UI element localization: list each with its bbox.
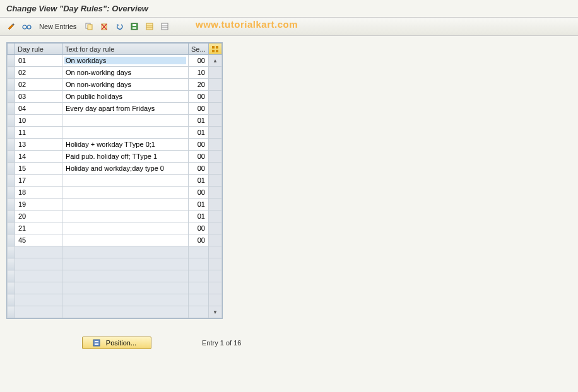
row-selector[interactable]: [8, 294, 15, 306]
col-header-text[interactable]: Text for day rule: [62, 43, 189, 55]
se-input[interactable]: [191, 153, 206, 160]
day-rule-text-input[interactable]: [64, 176, 186, 184]
day-rule-input[interactable]: [17, 236, 60, 244]
row-selector[interactable]: [8, 306, 15, 318]
row-selector[interactable]: [8, 246, 15, 258]
day-rule-text-input[interactable]: [64, 105, 186, 112]
col-header-se[interactable]: Se...: [189, 43, 209, 55]
row-selector[interactable]: [8, 210, 15, 222]
se-input[interactable]: [191, 105, 206, 112]
row-selector[interactable]: [8, 282, 15, 294]
day-rule-text-input[interactable]: [64, 212, 186, 220]
row-selector[interactable]: [8, 234, 15, 246]
undo-icon[interactable]: [113, 20, 126, 33]
day-rule-text-input[interactable]: [64, 224, 186, 232]
scrollbar-track[interactable]: [209, 67, 222, 79]
row-selector[interactable]: [8, 270, 15, 282]
day-rule-input[interactable]: [17, 129, 60, 136]
day-rule-text-input[interactable]: [64, 129, 186, 136]
day-rule-input[interactable]: [17, 105, 60, 112]
col-header-selector[interactable]: [8, 43, 15, 55]
day-rule-text-input[interactable]: [64, 93, 186, 100]
row-selector[interactable]: [8, 127, 15, 139]
scrollbar-track[interactable]: [209, 175, 222, 187]
day-rule-text-input[interactable]: [64, 141, 186, 148]
se-input[interactable]: [191, 200, 206, 208]
delete-icon[interactable]: [98, 20, 110, 33]
position-button[interactable]: Position...: [82, 337, 151, 349]
row-selector[interactable]: [8, 187, 15, 199]
se-input[interactable]: [191, 164, 206, 172]
scrollbar-track[interactable]: [209, 163, 222, 175]
day-rule-input[interactable]: [17, 69, 60, 76]
row-selector[interactable]: [8, 55, 15, 67]
day-rule-text-input[interactable]: [64, 153, 186, 160]
scrollbar-track[interactable]: [209, 187, 222, 199]
change-display-icon[interactable]: [5, 20, 18, 33]
day-rule-input[interactable]: [17, 81, 60, 88]
scrollbar-track[interactable]: [209, 258, 222, 270]
se-input[interactable]: [191, 236, 206, 244]
se-input[interactable]: [191, 141, 206, 148]
row-selector[interactable]: [8, 151, 15, 163]
scrollbar-track[interactable]: [209, 79, 222, 91]
row-selector[interactable]: [8, 199, 15, 210]
se-input[interactable]: [191, 81, 206, 88]
row-selector[interactable]: [8, 115, 15, 127]
scrollbar-track[interactable]: [209, 103, 222, 115]
row-selector[interactable]: [8, 258, 15, 270]
scrollbar-track[interactable]: [209, 199, 222, 210]
scrollbar-track[interactable]: [209, 234, 222, 246]
row-selector[interactable]: [8, 79, 15, 91]
se-input[interactable]: [191, 69, 206, 76]
new-entries-button[interactable]: New Entries: [35, 21, 80, 32]
se-input[interactable]: [191, 224, 206, 232]
se-input[interactable]: [191, 93, 206, 100]
day-rule-input[interactable]: [17, 117, 60, 124]
scroll-up-icon[interactable]: ▲: [209, 55, 222, 67]
scrollbar-track[interactable]: [209, 210, 222, 222]
day-rule-text-input[interactable]: [64, 117, 186, 124]
day-rule-input[interactable]: [17, 164, 60, 172]
scrollbar-track[interactable]: [209, 127, 222, 139]
row-selector[interactable]: [8, 222, 15, 234]
se-input[interactable]: [191, 117, 206, 124]
day-rule-text-input[interactable]: [64, 200, 186, 208]
row-selector[interactable]: [8, 67, 15, 79]
scrollbar-track[interactable]: [209, 91, 222, 103]
scrollbar-track[interactable]: [209, 270, 222, 282]
table-settings-icon[interactable]: [209, 43, 222, 55]
day-rule-input[interactable]: [17, 57, 60, 64]
day-rule-text-input[interactable]: [64, 188, 186, 196]
day-rule-text-input[interactable]: [64, 57, 186, 64]
scroll-down-icon[interactable]: ▼: [209, 306, 222, 318]
day-rule-input[interactable]: [17, 200, 60, 208]
day-rule-input[interactable]: [17, 93, 60, 100]
col-header-day-rule[interactable]: Day rule: [15, 43, 62, 55]
se-input[interactable]: [191, 57, 206, 64]
day-rule-input[interactable]: [17, 176, 60, 184]
scrollbar-track[interactable]: [209, 151, 222, 163]
se-input[interactable]: [191, 176, 206, 184]
day-rule-input[interactable]: [17, 224, 60, 232]
se-input[interactable]: [191, 188, 206, 196]
row-selector[interactable]: [8, 139, 15, 151]
day-rule-text-input[interactable]: [64, 69, 186, 76]
se-input[interactable]: [191, 212, 206, 220]
deselect-all-icon[interactable]: [158, 20, 171, 33]
scrollbar-track[interactable]: [209, 222, 222, 234]
day-rule-input[interactable]: [17, 141, 60, 148]
row-selector[interactable]: [8, 163, 15, 175]
se-input[interactable]: [191, 129, 206, 136]
row-selector[interactable]: [8, 175, 15, 187]
row-selector[interactable]: [8, 103, 15, 115]
scrollbar-track[interactable]: [209, 246, 222, 258]
row-selector[interactable]: [8, 91, 15, 103]
day-rule-input[interactable]: [17, 188, 60, 196]
day-rule-text-input[interactable]: [64, 164, 186, 172]
copy-icon[interactable]: [83, 20, 95, 33]
scrollbar-track[interactable]: [209, 139, 222, 151]
day-rule-input[interactable]: [17, 212, 60, 220]
scrollbar-track[interactable]: [209, 282, 222, 294]
scrollbar-track[interactable]: [209, 115, 222, 127]
